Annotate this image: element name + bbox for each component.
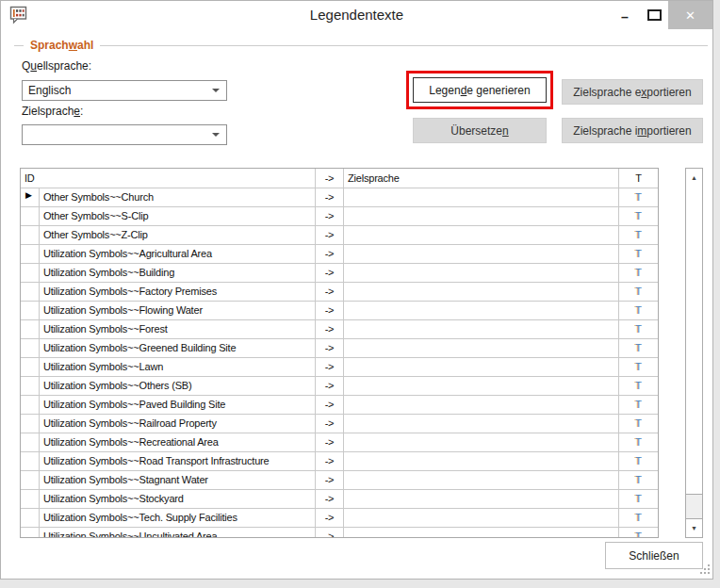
scroll-up-button[interactable]: ▲ — [686, 169, 702, 188]
translate-type-cell: T — [619, 490, 658, 508]
target-language-cell[interactable] — [344, 283, 619, 301]
id-cell[interactable]: Utilization Symbols~~Greened Building Si… — [40, 339, 316, 357]
id-cell[interactable]: Other Symbols~~S-Clip — [40, 207, 316, 225]
id-cell[interactable]: Utilization Symbols~~Others (SB) — [40, 377, 316, 395]
minimize-button[interactable]: – — [610, 1, 640, 29]
target-language-cell[interactable] — [344, 415, 619, 433]
close-window-button[interactable]: ✕ — [668, 1, 712, 29]
arrow-cell: -> — [316, 377, 344, 395]
target-language-label: Zielsprache: — [22, 105, 83, 118]
table-row[interactable]: Utilization Symbols~~Forest -> T — [21, 320, 658, 339]
table-row[interactable]: Utilization Symbols~~Uncultivated Area -… — [21, 528, 658, 538]
id-cell[interactable]: Utilization Symbols~~Stockyard — [40, 490, 316, 508]
table-row[interactable]: Utilization Symbols~~Flowing Water -> T — [21, 302, 658, 320]
source-language-dropdown[interactable]: Englisch — [22, 80, 227, 101]
target-language-cell[interactable] — [344, 358, 619, 376]
export-target-language-button[interactable]: Zielsprache exportieren — [562, 79, 703, 105]
target-language-cell[interactable] — [344, 226, 619, 244]
arrow-cell: -> — [316, 226, 344, 244]
arrow-cell: -> — [316, 302, 344, 319]
table-row[interactable]: Other Symbols~~Z-Clip -> T — [21, 226, 658, 245]
id-cell[interactable]: Utilization Symbols~~Factory Premises — [40, 283, 316, 301]
target-language-cell[interactable] — [344, 396, 619, 414]
column-header-t[interactable]: T — [619, 169, 658, 188]
import-target-language-button[interactable]: Zielsprache importieren — [562, 118, 703, 143]
chevron-down-icon — [212, 133, 220, 137]
id-cell[interactable]: Utilization Symbols~~Recreational Area — [40, 433, 316, 451]
maximize-button[interactable] — [640, 1, 668, 29]
id-cell[interactable]: Utilization Symbols~~Tech. Supply Facili… — [40, 509, 316, 527]
target-language-cell[interactable] — [344, 339, 619, 357]
table-header-row: ID -> Zielsprache T — [21, 169, 658, 188]
target-language-cell[interactable] — [344, 490, 619, 508]
table-scrollbar[interactable]: ▲ ▼ — [685, 168, 703, 538]
id-cell[interactable]: Utilization Symbols~~Agricultural Area — [40, 245, 316, 263]
arrow-cell: -> — [316, 433, 344, 451]
table-row[interactable]: Utilization Symbols~~Lawn -> T — [21, 358, 658, 377]
target-language-cell[interactable] — [344, 188, 619, 206]
id-cell[interactable]: Utilization Symbols~~Lawn — [40, 358, 316, 376]
translate-type-cell: T — [619, 377, 658, 395]
table-row[interactable]: Utilization Symbols~~Stagnant Water -> T — [21, 471, 658, 490]
source-language-label: Quellsprache: — [22, 59, 91, 73]
id-cell[interactable]: Utilization Symbols~~Paved Building Site — [40, 396, 316, 414]
id-cell[interactable]: Utilization Symbols~~Building — [40, 264, 316, 282]
target-language-cell[interactable] — [344, 433, 619, 451]
arrow-cell: -> — [316, 245, 344, 263]
target-language-cell[interactable] — [344, 320, 619, 338]
id-cell[interactable]: Other Symbols~~Z-Clip — [40, 226, 316, 244]
target-language-cell[interactable] — [344, 302, 619, 319]
translate-type-cell: T — [619, 358, 658, 376]
translate-type-cell: T — [619, 452, 658, 470]
dialog-window: Legendentexte – ✕ Sprachwahl Quellsprach… — [0, 0, 713, 580]
close-dialog-button[interactable]: Schließen — [605, 542, 703, 569]
target-language-cell[interactable] — [344, 528, 619, 538]
table-row[interactable]: Utilization Symbols~~Agricultural Area -… — [21, 245, 658, 264]
translate-type-cell: T — [619, 509, 658, 527]
column-header-arrow[interactable]: -> — [316, 169, 344, 188]
sprachwahl-group-label: Sprachwahl — [24, 39, 100, 52]
row-selector-cell — [21, 245, 40, 263]
scroll-down-button[interactable]: ▼ — [686, 518, 702, 537]
table-row[interactable]: Utilization Symbols~~Road Transport Infr… — [21, 452, 658, 471]
table-row[interactable]: Utilization Symbols~~Others (SB) -> T — [21, 377, 658, 396]
scrollbar-thumb[interactable] — [686, 187, 702, 495]
generate-legend-button[interactable]: Legende generieren — [413, 77, 547, 103]
column-header-id[interactable]: ID — [21, 169, 316, 188]
id-cell[interactable]: Utilization Symbols~~Railroad Property — [40, 415, 316, 433]
row-selector-cell — [21, 283, 40, 301]
translate-type-cell: T — [619, 302, 658, 319]
table-row[interactable]: Utilization Symbols~~Recreational Area -… — [21, 433, 658, 452]
table-row[interactable]: Utilization Symbols~~Railroad Property -… — [21, 415, 658, 433]
target-language-cell[interactable] — [344, 207, 619, 225]
target-language-cell[interactable] — [344, 264, 619, 282]
id-cell[interactable]: Utilization Symbols~~Road Transport Infr… — [40, 452, 316, 470]
table-row[interactable]: Other Symbols~~S-Clip -> T — [21, 207, 658, 226]
target-language-cell[interactable] — [344, 509, 619, 527]
table-row[interactable]: Utilization Symbols~~Paved Building Site… — [21, 396, 658, 415]
id-cell[interactable]: Other Symbols~~Church — [40, 188, 316, 206]
resize-grip[interactable] — [700, 564, 712, 576]
table-row[interactable]: Utilization Symbols~~Tech. Supply Facili… — [21, 509, 658, 528]
target-language-cell[interactable] — [344, 377, 619, 395]
row-selector-cell — [21, 264, 40, 282]
id-cell[interactable]: Utilization Symbols~~Forest — [40, 320, 316, 338]
target-language-cell[interactable] — [344, 452, 619, 470]
target-language-dropdown[interactable] — [22, 124, 227, 145]
translate-button[interactable]: Übersetzen — [413, 118, 547, 143]
table-row[interactable]: Utilization Symbols~~Factory Premises ->… — [21, 283, 658, 302]
table-row[interactable]: Utilization Symbols~~Stockyard -> T — [21, 490, 658, 509]
table-row[interactable]: Utilization Symbols~~Building -> T — [21, 264, 658, 283]
table-row[interactable]: ▶ Other Symbols~~Church -> T — [21, 188, 658, 207]
id-cell[interactable]: Utilization Symbols~~Stagnant Water — [40, 471, 316, 489]
arrow-cell: -> — [316, 283, 344, 301]
id-cell[interactable]: Utilization Symbols~~Flowing Water — [40, 302, 316, 319]
target-language-cell[interactable] — [344, 245, 619, 263]
minimize-icon: – — [621, 9, 629, 24]
source-language-value: Englisch — [28, 84, 71, 97]
table-row[interactable]: Utilization Symbols~~Greened Building Si… — [21, 339, 658, 358]
column-header-target[interactable]: Zielsprache — [344, 169, 619, 188]
arrow-cell: -> — [316, 509, 344, 527]
id-cell[interactable]: Utilization Symbols~~Uncultivated Area — [40, 528, 316, 538]
target-language-cell[interactable] — [344, 471, 619, 489]
